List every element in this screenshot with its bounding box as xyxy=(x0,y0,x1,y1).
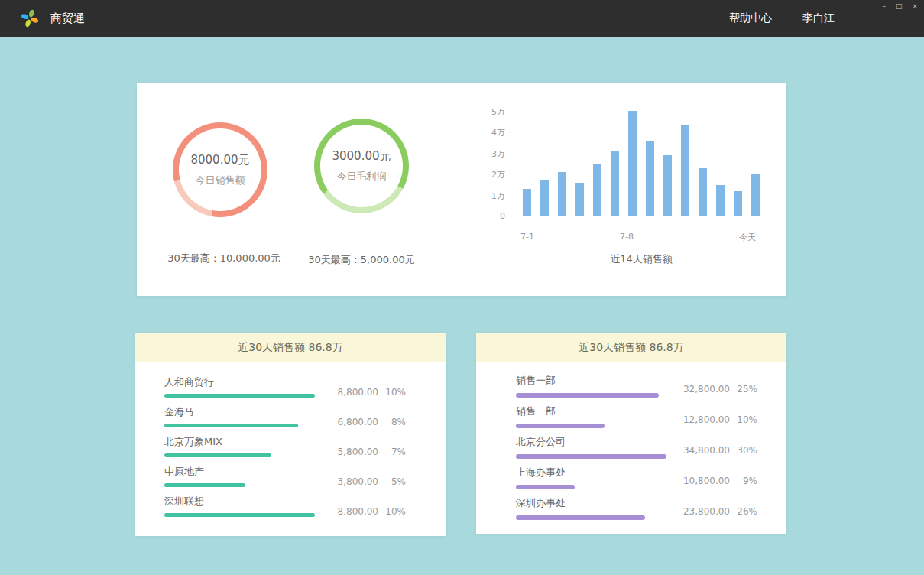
user-name-link[interactable]: 李白江 xyxy=(802,11,835,25)
help-center-link[interactable]: 帮助中心 xyxy=(729,11,772,25)
amount: 12,800.00 xyxy=(679,414,730,425)
percent: 10% xyxy=(378,506,406,517)
customers-card-title: 近30天销售额 86.8万 xyxy=(135,333,446,362)
progress-bar xyxy=(164,424,298,427)
list-item: 深圳办事处 23,800.0026% xyxy=(516,498,757,528)
maximize-button[interactable]: □ xyxy=(896,2,903,11)
percent: 30% xyxy=(730,445,757,456)
customer-name: 中原地产 xyxy=(164,466,406,477)
app-title: 商贸通 xyxy=(50,0,85,37)
titlebar-links: 帮助中心 李白江 xyxy=(729,0,835,37)
sales-bar xyxy=(558,172,566,216)
sales-bar xyxy=(699,168,707,216)
list-item: 人和商贸行 8,800.0010% xyxy=(164,377,406,407)
amount: 34,800.00 xyxy=(679,445,730,456)
percent: 26% xyxy=(730,506,757,517)
percent: 25% xyxy=(730,384,757,395)
sales-bar xyxy=(575,183,584,216)
percent: 8% xyxy=(378,417,406,427)
today-profit-ring-center: 3000.00元 今日毛利润 xyxy=(320,125,403,207)
daily-sales-bars xyxy=(523,111,760,216)
progress-bar xyxy=(516,393,659,398)
list-item: 上海办事处 10,800.009% xyxy=(516,467,757,498)
amount: 23,800.00 xyxy=(679,506,730,517)
progress-bar xyxy=(164,453,271,457)
percent: 10% xyxy=(378,387,406,398)
percent: 5% xyxy=(378,476,406,487)
today-profit-label: 今日毛利润 xyxy=(337,170,387,184)
list-item: 深圳联想 8,800.0010% xyxy=(164,496,406,526)
window-controls: – □ × xyxy=(882,2,918,11)
sales-bar xyxy=(540,180,549,216)
customer-name: 深圳联想 xyxy=(164,496,406,507)
progress-bar xyxy=(516,454,666,459)
close-button[interactable]: × xyxy=(912,2,918,11)
today-sales-label: 今日销售额 xyxy=(196,174,245,187)
departments-card-title: 近30天销售额 86.8万 xyxy=(476,333,786,362)
today-sales-value: 8000.00元 xyxy=(190,153,249,167)
y-tick: 4万 xyxy=(473,127,505,138)
progress-bar xyxy=(164,513,315,517)
amount: 3,800.00 xyxy=(328,476,378,487)
list-item: 销售二部 12,800.0010% xyxy=(516,406,757,437)
amount: 32,800.00 xyxy=(679,384,730,395)
x-tick: 7-8 xyxy=(617,232,637,242)
amount: 8,800.00 xyxy=(328,506,378,517)
y-tick: 1万 xyxy=(473,190,505,202)
list-item: 北京万象MIX 5,800.007% xyxy=(164,437,406,466)
customers-sales-card: 近30天销售额 86.8万 人和商贸行 8,800.0010% 金海马 6,80… xyxy=(135,333,446,536)
customer-name: 北京万象MIX xyxy=(164,437,406,447)
list-item: 金海马 6,800.008% xyxy=(164,407,406,437)
x-tick: 7-1 xyxy=(517,232,537,242)
sales-bar xyxy=(523,189,531,216)
today-sales-ring: 8000.00元 今日销售额 xyxy=(173,122,267,217)
y-tick: 3万 xyxy=(473,148,505,160)
profit-30d-max-note: 30天最高：5,000.00元 xyxy=(285,253,438,267)
today-profit-value: 3000.00元 xyxy=(332,149,391,164)
list-item: 销售一部 32,800.0025% xyxy=(516,375,757,406)
progress-bar xyxy=(516,485,575,489)
sales-bar xyxy=(734,191,742,216)
sales-bar xyxy=(646,141,654,216)
progress-bar xyxy=(164,483,245,487)
progress-bar xyxy=(516,424,605,428)
sales-30d-max-note: 30天最高：10,000.00元 xyxy=(148,252,300,265)
amount: 6,800.00 xyxy=(328,417,378,427)
percent: 10% xyxy=(730,414,757,425)
sales-bar xyxy=(663,155,672,216)
sales-bar xyxy=(716,185,725,216)
percent: 7% xyxy=(378,447,406,457)
today-profit-ring: 3000.00元 今日毛利润 xyxy=(314,119,409,213)
percent: 9% xyxy=(730,476,757,486)
y-tick: 0 xyxy=(473,211,505,221)
amount: 5,800.00 xyxy=(328,447,378,457)
progress-bar xyxy=(164,394,315,398)
y-tick: 5万 xyxy=(473,106,505,118)
customer-name: 人和商贸行 xyxy=(164,377,406,388)
sales-bar xyxy=(751,174,760,216)
minimize-button[interactable]: – xyxy=(882,2,886,11)
sales-bar xyxy=(611,151,619,216)
customer-name: 金海马 xyxy=(164,407,406,417)
amount: 10,800.00 xyxy=(679,476,730,486)
x-tick: 今天 xyxy=(734,232,760,243)
departments-sales-card: 近30天销售额 86.8万 销售一部 32,800.0025% 销售二部 12,… xyxy=(476,333,786,534)
sales-bar xyxy=(628,111,637,216)
summary-card: 8000.00元 今日销售额 30天最高：10,000.00元 3000.00元… xyxy=(137,83,786,296)
today-sales-ring-center: 8000.00元 今日销售额 xyxy=(179,128,261,211)
sales-bar xyxy=(593,164,601,216)
progress-bar xyxy=(516,515,645,520)
amount: 8,800.00 xyxy=(328,387,378,398)
app-logo-icon xyxy=(21,9,39,28)
y-tick: 2万 xyxy=(473,169,505,180)
daily-sales-chart-title: 近14天销售额 xyxy=(523,252,760,266)
list-item: 北京分公司 34,800.0030% xyxy=(516,437,757,467)
titlebar: 商贸通 帮助中心 李白江 – □ × xyxy=(0,0,924,37)
sales-bar xyxy=(681,125,689,216)
list-item: 中原地产 3,800.005% xyxy=(164,466,406,496)
